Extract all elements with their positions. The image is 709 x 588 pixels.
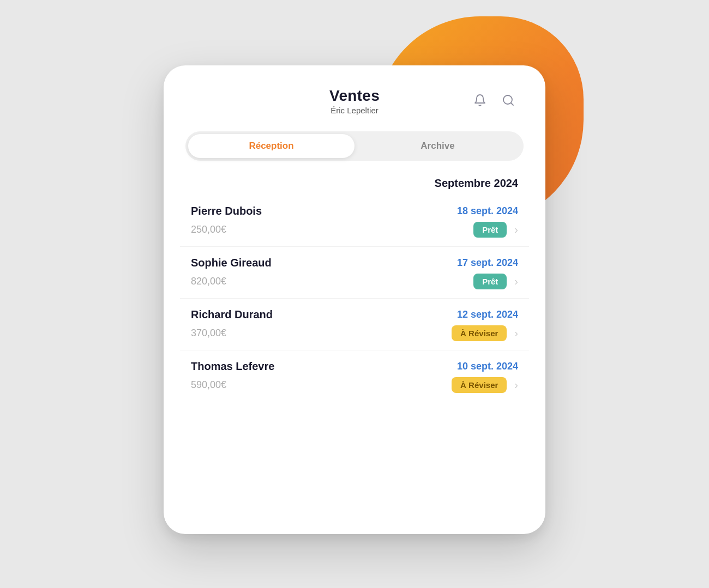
list-item[interactable]: Thomas Lefevre 10 sept. 2024 590,00€ À R… [180,350,529,402]
item-amount: 590,00€ [191,379,226,391]
item-name: Pierre Dubois [191,205,262,217]
item-amount: 250,00€ [191,224,226,235]
page-title: Ventes [239,87,470,105]
chevron-icon: › [514,223,518,236]
svg-line-1 [511,102,513,105]
chevron-icon: › [514,379,518,391]
list-item[interactable]: Sophie Gireaud 17 sept. 2024 820,00€ Prê… [180,247,529,299]
search-button[interactable] [498,90,518,110]
item-date: 18 sept. 2024 [457,205,518,217]
item-right: À Réviser › [452,377,518,393]
item-right: Prêt › [473,274,518,289]
status-badge: Prêt [473,274,507,289]
item-amount: 370,00€ [191,328,226,339]
item-name: Richard Durand [191,308,273,321]
header-icons [470,87,518,110]
item-row-top: Thomas Lefevre 10 sept. 2024 [191,360,518,373]
status-badge: À Réviser [452,325,507,341]
item-row-bottom: 250,00€ Prêt › [191,222,518,238]
item-amount: 820,00€ [191,276,226,287]
item-date: 10 sept. 2024 [457,361,518,372]
status-badge: Prêt [473,222,507,238]
item-row-top: Pierre Dubois 18 sept. 2024 [191,205,518,217]
tab-reception[interactable]: Réception [188,134,354,158]
section-title: Septembre 2024 [435,177,518,189]
item-row-bottom: 370,00€ À Réviser › [191,325,518,341]
tab-bar: Réception Archive [185,131,524,161]
item-row-bottom: 820,00€ Prêt › [191,274,518,289]
header: Ventes Éric Lepeltier [164,65,545,126]
search-icon [502,94,515,107]
chevron-icon: › [514,327,518,340]
item-list: Pierre Dubois 18 sept. 2024 250,00€ Prêt… [180,195,529,402]
item-date: 17 sept. 2024 [457,257,518,269]
status-badge: À Réviser [452,377,507,393]
item-row-top: Richard Durand 12 sept. 2024 [191,308,518,321]
scene: Ventes Éric Lepeltier [142,33,567,556]
item-date: 12 sept. 2024 [457,309,518,320]
item-row-top: Sophie Gireaud 17 sept. 2024 [191,257,518,269]
list-item[interactable]: Pierre Dubois 18 sept. 2024 250,00€ Prêt… [180,195,529,247]
item-name: Sophie Gireaud [191,257,272,269]
bell-icon [473,94,486,107]
bell-button[interactable] [470,90,490,110]
item-right: À Réviser › [452,325,518,341]
item-right: Prêt › [473,222,518,238]
user-name: Éric Lepeltier [239,106,470,115]
chevron-icon: › [514,275,518,288]
item-name: Thomas Lefevre [191,360,274,373]
header-center: Ventes Éric Lepeltier [239,87,470,115]
tab-archive[interactable]: Archive [354,134,521,158]
item-row-bottom: 590,00€ À Réviser › [191,377,518,393]
section-header: Septembre 2024 [191,177,518,190]
phone-card: Ventes Éric Lepeltier [164,65,545,534]
list-item[interactable]: Richard Durand 12 sept. 2024 370,00€ À R… [180,299,529,350]
